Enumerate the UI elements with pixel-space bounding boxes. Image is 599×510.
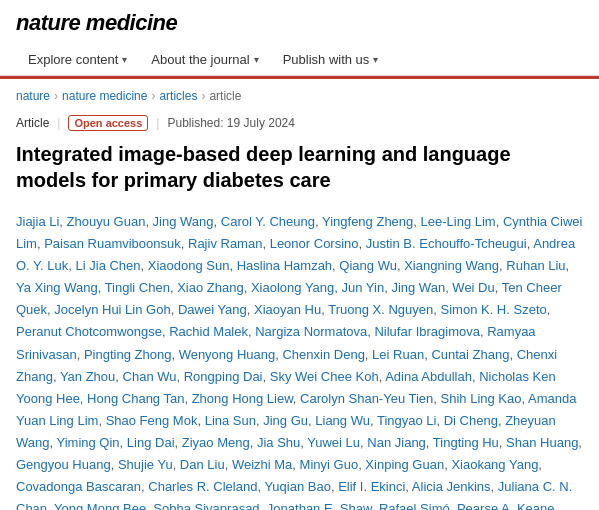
open-access-badge: Open access [68, 115, 148, 131]
author-yong-mong-bee[interactable]: Yong Mong Bee [54, 501, 146, 510]
logo-text: nature medicine [16, 10, 177, 36]
author-rafael-simo[interactable]: Rafael Simó [379, 501, 450, 510]
breadcrumb: nature › nature medicine › articles › ar… [0, 79, 599, 109]
author-jing-gu[interactable]: Jing Gu [263, 413, 308, 428]
author-ya-xing-wang[interactable]: Ya Xing Wang [16, 280, 98, 295]
author-xiaodong-sun[interactable]: Xiaodong Sun [148, 258, 230, 273]
author-charles-cleland[interactable]: Charles R. Cleland [148, 479, 257, 494]
author-zhong-hong-liew[interactable]: Zhong Hong Liew [192, 391, 293, 406]
author-xinping-guan[interactable]: Xinping Guan [365, 457, 444, 472]
author-zhouyu-guan[interactable]: Zhouyu Guan [67, 214, 146, 229]
author-peranut[interactable]: Peranut Chotcomwongse [16, 324, 162, 339]
breadcrumb-sep-3: › [201, 89, 205, 103]
author-ling-dai[interactable]: Ling Dai [127, 435, 175, 450]
author-yan-zhou[interactable]: Yan Zhou [60, 369, 115, 384]
author-ziyao-meng[interactable]: Ziyao Meng [182, 435, 250, 450]
author-liang-wu[interactable]: Liang Wu [315, 413, 370, 428]
nav-about-label: About the journal [151, 52, 249, 67]
author-yuwei-lu[interactable]: Yuwei Lu [307, 435, 360, 450]
author-nilufar[interactable]: Nilufar Ibragimova [374, 324, 480, 339]
meta-divider-2: | [156, 116, 159, 130]
author-justin[interactable]: Justin B. Echouffo-Tcheugui [366, 236, 527, 251]
author-tingyao-li[interactable]: Tingyao Li [377, 413, 437, 428]
author-yingfeng-zheng[interactable]: Yingfeng Zheng [322, 214, 413, 229]
author-gengyou-huang[interactable]: Gengyou Huang [16, 457, 111, 472]
author-lina-sun[interactable]: Lina Sun [205, 413, 256, 428]
publish-chevron-icon: ▾ [373, 54, 378, 65]
article-meta: Article | Open access | Published: 19 Ju… [0, 109, 599, 135]
author-shan-huang[interactable]: Shan Huang [506, 435, 578, 450]
published-info: Published: 19 July 2024 [167, 116, 294, 130]
author-hong-chang-tan[interactable]: Hong Chang Tan [87, 391, 184, 406]
article-title: Integrated image-based deep learning and… [0, 135, 599, 203]
author-qiang-wu[interactable]: Qiang Wu [339, 258, 397, 273]
author-pearse-keane[interactable]: Pearse A. Keane [457, 501, 555, 510]
author-jiajia-li[interactable]: Jiajia Li [16, 214, 59, 229]
author-dawei-yang[interactable]: Dawei Yang [178, 302, 247, 317]
author-covadonga[interactable]: Covadonga Bascaran [16, 479, 141, 494]
author-elif[interactable]: Elif I. Ekinci [338, 479, 405, 494]
author-shujie-yu[interactable]: Shujie Yu [118, 457, 173, 472]
author-sobha[interactable]: Sobha Sivaprasad [153, 501, 259, 510]
nav-about-journal[interactable]: About the journal ▾ [139, 44, 270, 75]
author-xiaolong-yang[interactable]: Xiaolong Yang [251, 280, 334, 295]
author-pingting-zhong[interactable]: Pingting Zhong [84, 347, 171, 362]
breadcrumb-nature[interactable]: nature [16, 89, 50, 103]
author-rachid[interactable]: Rachid Malek [169, 324, 248, 339]
author-chenxin-deng[interactable]: Chenxin Deng [282, 347, 364, 362]
author-truong[interactable]: Truong X. Nguyen [328, 302, 433, 317]
author-jia-shu[interactable]: Jia Shu [257, 435, 300, 450]
author-wei-du[interactable]: Wei Du [452, 280, 494, 295]
author-paisan[interactable]: Paisan Ruamviboonsuk [44, 236, 181, 251]
author-alicia-jenkins[interactable]: Alicia Jenkins [412, 479, 491, 494]
breadcrumb-articles[interactable]: articles [159, 89, 197, 103]
author-lei-ruan[interactable]: Lei Ruan [372, 347, 424, 362]
article-type: Article [16, 116, 49, 130]
breadcrumb-article: article [209, 89, 241, 103]
author-chan-wu[interactable]: Chan Wu [123, 369, 177, 384]
author-nan-jiang[interactable]: Nan Jiang [367, 435, 426, 450]
author-tingting-hu[interactable]: Tingting Hu [433, 435, 499, 450]
author-dan-liu[interactable]: Dan Liu [180, 457, 225, 472]
author-wenyong-huang[interactable]: Wenyong Huang [179, 347, 276, 362]
author-jing-wang[interactable]: Jing Wang [153, 214, 214, 229]
author-jocelyn-goh[interactable]: Jocelyn Hui Lin Goh [54, 302, 170, 317]
author-yiming-qin[interactable]: Yiming Qin [56, 435, 119, 450]
author-carol-cheung[interactable]: Carol Y. Cheung [221, 214, 315, 229]
author-ruhan-liu[interactable]: Ruhan Liu [506, 258, 565, 273]
author-tingli-chen[interactable]: Tingli Chen [105, 280, 170, 295]
author-shao-feng[interactable]: Shao Feng Mok [106, 413, 198, 428]
author-minyi-guo[interactable]: Minyi Guo [300, 457, 359, 472]
breadcrumb-sep-1: › [54, 89, 58, 103]
author-rajiv-raman[interactable]: Rajiv Raman [188, 236, 262, 251]
author-jun-yin[interactable]: Jun Yin [342, 280, 385, 295]
author-yuqian-bao[interactable]: Yuqian Bao [264, 479, 331, 494]
site-header: nature medicine Explore content ▾ About … [0, 0, 599, 76]
author-li-jia-chen[interactable]: Li Jia Chen [76, 258, 141, 273]
author-shih-ling[interactable]: Shih Ling Kao [441, 391, 522, 406]
author-sky-wei[interactable]: Sky Wei Chee Koh [270, 369, 379, 384]
author-rongping-dai[interactable]: Rongping Dai [184, 369, 263, 384]
author-simon[interactable]: Simon K. H. Szeto [441, 302, 547, 317]
breadcrumb-nature-medicine[interactable]: nature medicine [62, 89, 147, 103]
author-cuntai-zhang[interactable]: Cuntai Zhang [431, 347, 509, 362]
author-weizhi-ma[interactable]: Weizhi Ma [232, 457, 292, 472]
author-di-cheng[interactable]: Di Cheng [444, 413, 498, 428]
nav-explore-content[interactable]: Explore content ▾ [16, 44, 139, 75]
author-xiaoyan-hu[interactable]: Xiaoyan Hu [254, 302, 321, 317]
nav-publish-with-us[interactable]: Publish with us ▾ [271, 44, 391, 75]
author-lee-ling-lim[interactable]: Lee-Ling Lim [421, 214, 496, 229]
author-xiao-zhang[interactable]: Xiao Zhang [177, 280, 244, 295]
author-carolyn[interactable]: Carolyn Shan-Yeu Tien [300, 391, 433, 406]
author-leonor[interactable]: Leonor Corsino [270, 236, 359, 251]
explore-chevron-icon: ▾ [122, 54, 127, 65]
author-nargiza[interactable]: Nargiza Normatova [255, 324, 367, 339]
author-adina[interactable]: Adina Abdullah [385, 369, 472, 384]
author-jing-wan[interactable]: Jing Wan [391, 280, 445, 295]
author-xiaokang-yang[interactable]: Xiaokang Yang [451, 457, 538, 472]
nav-publish-label: Publish with us [283, 52, 370, 67]
author-xiangning-wang[interactable]: Xiangning Wang [404, 258, 499, 273]
author-haslina[interactable]: Haslina Hamzah [237, 258, 332, 273]
author-jonathan-shaw[interactable]: Jonathan E. Shaw [267, 501, 372, 510]
main-nav: Explore content ▾ About the journal ▾ Pu… [16, 44, 583, 75]
